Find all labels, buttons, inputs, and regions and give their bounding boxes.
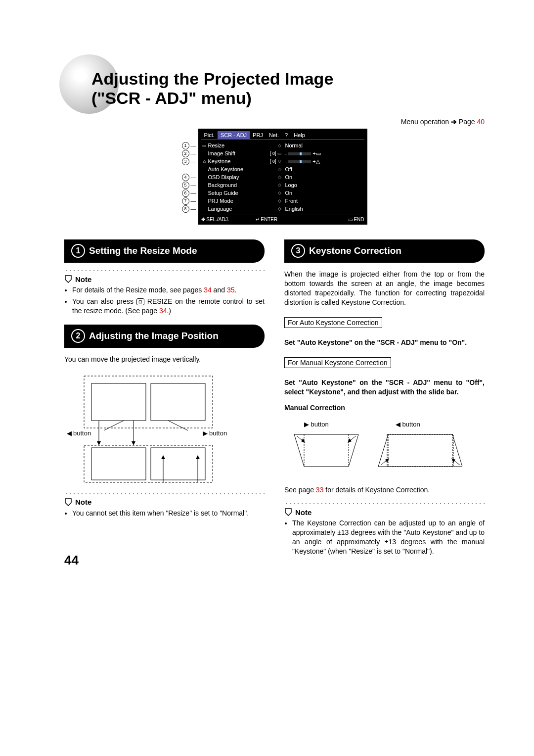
svg-rect-2 bbox=[151, 383, 205, 421]
svg-line-14 bbox=[104, 421, 124, 430]
note-list: You cannot set this item when "Resize" i… bbox=[64, 509, 265, 518]
note-separator bbox=[64, 492, 265, 495]
page-title: Adjusting the Projected Image ("SCR - AD… bbox=[64, 69, 485, 108]
svg-line-15 bbox=[168, 421, 188, 430]
svg-marker-23 bbox=[301, 438, 305, 443]
svg-rect-1 bbox=[91, 383, 146, 421]
svg-marker-8 bbox=[161, 455, 165, 459]
menu-operation-ref: Menu operation ➔ Page 40 bbox=[64, 118, 485, 126]
auto-keystone-box: For Auto Keystone Correction bbox=[284, 317, 382, 328]
svg-rect-17 bbox=[91, 448, 146, 480]
svg-rect-16 bbox=[84, 445, 213, 482]
section-2-intro: You can move the projected image vertica… bbox=[64, 355, 265, 364]
note-list: The Keystone Correction can be adjusted … bbox=[284, 519, 485, 556]
note-list: For details of the Resize mode, see page… bbox=[64, 285, 265, 316]
manual-correction-title: Manual Correction bbox=[284, 403, 485, 413]
section-1-heading: 1Setting the Resize Mode bbox=[64, 239, 265, 263]
note-separator bbox=[284, 502, 485, 505]
osd-callout-numbers: 1— 2— 3— 4— 5— 6— 7— 8— bbox=[182, 129, 196, 225]
svg-marker-10 bbox=[196, 455, 200, 459]
keystone-illustration: ▶ button ◀ button bbox=[284, 420, 485, 478]
svg-text:▶ button: ▶ button bbox=[304, 421, 329, 428]
note-separator bbox=[64, 269, 265, 272]
auto-keystone-instruction: Set "Auto Keystone" on the "SCR - ADJ" m… bbox=[284, 338, 485, 347]
svg-text:button: button bbox=[209, 429, 227, 437]
svg-rect-31 bbox=[387, 434, 453, 467]
osd-menu-screenshot: Pict. SCR - ADJ PRJ Net. ? Help ▭Resize◇… bbox=[198, 129, 367, 225]
manual-keystone-instruction: Set "Auto Keystone" on the "SCR - ADJ" m… bbox=[284, 378, 485, 397]
section-2-heading: 2Adjusting the Image Position bbox=[64, 325, 265, 348]
note-label: Note bbox=[64, 498, 265, 507]
keystone-see-page: See page 33 for details of Keystone Corr… bbox=[284, 485, 485, 495]
section-3-heading: 3Keystone Correction bbox=[284, 239, 485, 263]
svg-text:▶: ▶ bbox=[203, 429, 208, 437]
svg-rect-18 bbox=[151, 448, 205, 480]
note-icon bbox=[284, 508, 293, 517]
note-label: Note bbox=[64, 275, 265, 284]
svg-text:◀: ◀ bbox=[67, 429, 72, 437]
note-icon bbox=[64, 275, 73, 284]
note-icon bbox=[64, 498, 73, 507]
resize-button-icon: ⊡ bbox=[136, 298, 144, 305]
svg-marker-6 bbox=[132, 441, 135, 445]
image-shift-illustration: ◀ button ▶ button bbox=[64, 371, 265, 487]
svg-text:◀ button: ◀ button bbox=[396, 421, 420, 428]
keystone-intro: When the image is projected either from … bbox=[284, 270, 485, 307]
svg-marker-26 bbox=[378, 434, 462, 467]
svg-rect-0 bbox=[84, 376, 213, 428]
svg-marker-25 bbox=[348, 438, 352, 443]
svg-marker-4 bbox=[97, 441, 101, 445]
page-number: 44 bbox=[64, 553, 79, 568]
manual-keystone-box: For Manual Keystone Correction bbox=[284, 357, 391, 368]
left-button-label: button bbox=[73, 429, 91, 437]
note-label: Note bbox=[284, 508, 485, 517]
